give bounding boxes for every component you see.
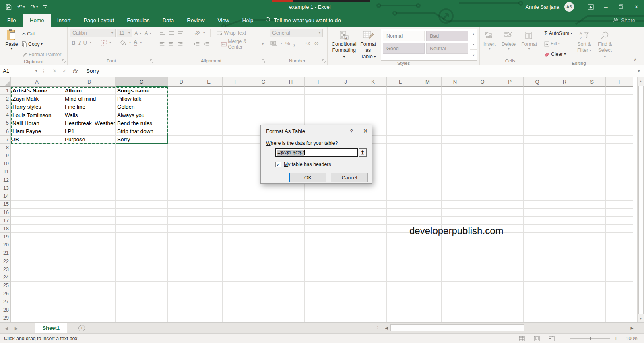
cell-P17[interactable] [496,217,524,225]
cell-I18[interactable] [305,225,332,233]
cell-R3[interactable] [551,103,578,111]
cell-O26[interactable] [469,290,496,298]
row-header-2[interactable]: 2 [0,95,11,103]
cell-M2[interactable] [414,95,442,103]
cell-M6[interactable] [414,127,442,136]
cell-I4[interactable] [305,111,332,119]
cell-T7[interactable] [606,136,633,144]
cell-Q19[interactable] [524,233,551,241]
row-header-5[interactable]: 5 [0,119,11,127]
redo-dropdown-arrow[interactable]: ▾ [36,5,38,9]
number-dialog-launcher[interactable] [322,59,326,63]
cell-L14[interactable] [387,192,414,200]
cell-D3[interactable] [168,103,195,111]
cell-L17[interactable] [387,217,414,225]
cell-Q8[interactable] [524,144,551,152]
cell-N5[interactable] [442,119,469,127]
cell-R19[interactable] [551,233,578,241]
align-bottom-icon[interactable] [178,31,184,35]
cell-L1[interactable] [387,87,414,95]
cell-F22[interactable] [223,257,250,265]
cell-S12[interactable] [578,176,606,184]
cell-N23[interactable] [442,265,469,273]
row-header-29[interactable]: 29 [0,314,11,322]
cell-L26[interactable] [387,290,414,298]
style-normal[interactable]: Normal [383,31,425,41]
cell-G25[interactable] [250,282,277,290]
cell-H22[interactable] [277,257,305,265]
cell-S6[interactable] [578,127,606,136]
cell-D21[interactable] [168,249,195,257]
cell-T26[interactable] [606,290,633,298]
cell-O3[interactable] [469,103,496,111]
cell-J19[interactable] [332,233,359,241]
accounting-dropdown-arrow[interactable]: ▾ [281,42,282,45]
cell-E13[interactable] [195,184,223,192]
cell-O16[interactable] [469,209,496,217]
cell-Q16[interactable] [524,209,551,217]
collapse-dialog-button[interactable]: ↥ [359,148,367,157]
cell-D13[interactable] [168,184,195,192]
cell-Q12[interactable] [524,176,551,184]
cell-C20[interactable] [116,241,168,249]
cell-A20[interactable] [11,241,63,249]
cell-M7[interactable] [414,136,442,144]
cell-T18[interactable] [606,225,633,233]
cell-Q1[interactable] [524,87,551,95]
cell-S18[interactable] [578,225,606,233]
cell-E21[interactable] [195,249,223,257]
redo-button[interactable]: ↷▾ [31,3,38,10]
cell-C1[interactable]: Songs name [116,87,168,95]
cell-M10[interactable] [414,160,442,168]
cell-F8[interactable] [223,144,250,152]
cell-D26[interactable] [168,290,195,298]
tab-file[interactable]: File [0,14,23,27]
cell-R10[interactable] [551,160,578,168]
cell-T11[interactable] [606,168,633,176]
cell-M17[interactable] [414,217,442,225]
vertical-scrollbar[interactable]: ▲ ▼ [637,77,644,322]
cell-P8[interactable] [496,144,524,152]
cell-C19[interactable] [116,233,168,241]
vertical-scrollbar-thumb[interactable] [638,86,644,314]
cell-I15[interactable] [305,201,332,209]
cell-H24[interactable] [277,273,305,281]
cell-T20[interactable] [606,241,633,249]
cell-Q3[interactable] [524,103,551,111]
cell-O29[interactable] [469,314,496,322]
cell-B4[interactable]: Walls [63,111,116,119]
cell-L8[interactable] [387,144,414,152]
cell-S29[interactable] [578,314,606,322]
cell-N9[interactable] [442,152,469,160]
cell-B26[interactable] [63,290,116,298]
cell-K26[interactable] [359,290,387,298]
cell-A23[interactable] [11,265,63,273]
cell-P7[interactable] [496,136,524,144]
cell-K27[interactable] [359,298,387,306]
cell-F23[interactable] [223,265,250,273]
cell-L5[interactable] [387,119,414,127]
zoom-slider-handle[interactable] [590,337,591,340]
cell-I2[interactable] [305,95,332,103]
cell-S8[interactable] [578,144,606,152]
cell-E1[interactable] [195,87,223,95]
tab-bar-splitter[interactable]: ⁞ [377,324,378,331]
cell-A6[interactable]: Liam Payne [11,127,63,136]
cell-E11[interactable] [195,168,223,176]
cell-A24[interactable] [11,273,63,281]
cell-J21[interactable] [332,249,359,257]
cell-M1[interactable] [414,87,442,95]
cell-R9[interactable] [551,152,578,160]
cell-E20[interactable] [195,241,223,249]
cell-S16[interactable] [578,209,606,217]
cell-O25[interactable] [469,282,496,290]
cell-C21[interactable] [116,249,168,257]
cell-A17[interactable] [11,217,63,225]
save-button[interactable] [6,4,12,10]
column-header-M[interactable]: M [414,77,442,87]
cell-P9[interactable] [496,152,524,160]
cell-J16[interactable] [332,209,359,217]
column-header-I[interactable]: I [305,77,332,87]
cell-N13[interactable] [442,184,469,192]
cell-L11[interactable] [387,168,414,176]
